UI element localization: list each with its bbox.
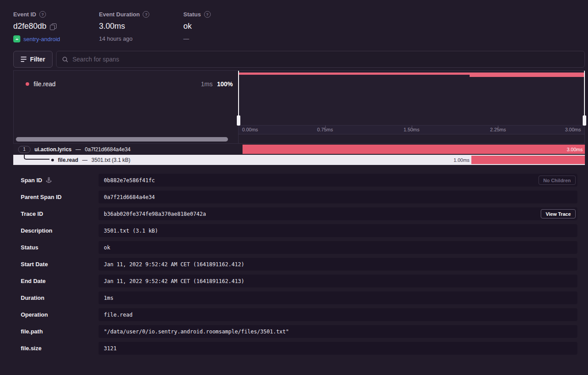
time-axis: 0.00ms 0.75ms 1.50ms 2.25ms 3.00ms bbox=[239, 125, 584, 134]
view-trace-button[interactable]: View Trace bbox=[541, 209, 576, 218]
operation-duration: 1ms bbox=[201, 80, 212, 88]
detail-label: Status bbox=[21, 244, 38, 251]
span-duration-bar[interactable]: 3.00ms bbox=[243, 145, 585, 154]
detail-row: Description 3501.txt (3.1 kB) bbox=[13, 224, 585, 237]
detail-label: file.size bbox=[21, 345, 42, 352]
event-duration-value: 3.00ms bbox=[99, 22, 125, 31]
detail-row: Status ok bbox=[13, 241, 585, 254]
span-waterfall: 1 ui.action.lyrics — 0a7f21d6684a4e34 3.… bbox=[13, 144, 585, 165]
detail-label: Operation bbox=[21, 311, 48, 318]
detail-label: Start Date bbox=[21, 261, 48, 268]
filter-button[interactable]: Filter bbox=[13, 51, 53, 68]
axis-tick-label: 3.00ms bbox=[565, 127, 581, 132]
operation-color-dot bbox=[26, 82, 29, 86]
span-description: 0a7f21d6684a4e34 bbox=[85, 146, 130, 153]
detail-label: file.path bbox=[21, 328, 43, 335]
span-duration-bar[interactable] bbox=[471, 156, 585, 164]
help-icon[interactable]: ? bbox=[143, 11, 149, 18]
detail-label: Span ID bbox=[21, 177, 42, 184]
status-sub: — bbox=[183, 35, 189, 42]
span-operation: ui.action.lyrics bbox=[34, 146, 72, 153]
viewport-drag-handle-left[interactable] bbox=[238, 71, 239, 125]
project-link[interactable]: sentry-android bbox=[23, 36, 60, 42]
span-duration-label: 3.00ms bbox=[567, 147, 583, 152]
detail-row: Start Date Jan 11, 2022 9:52:42 AM CET (… bbox=[13, 258, 585, 271]
children-count-pill[interactable]: 1 bbox=[18, 146, 30, 153]
axis-tick-label: 2.25ms bbox=[490, 127, 506, 132]
detail-row: file.size 3121 bbox=[13, 342, 585, 355]
detail-value: b36ab020fe374fe98a370ae818e0742a View Tr… bbox=[99, 207, 577, 220]
copy-icon[interactable] bbox=[50, 23, 56, 30]
event-id-block: Event ID ? d2fe80db sentry-android bbox=[13, 11, 99, 42]
span-row-root[interactable]: 1 ui.action.lyrics — 0a7f21d6684a4e34 3.… bbox=[13, 144, 585, 154]
minimap-span-bar bbox=[470, 75, 584, 77]
detail-row: Trace ID b36ab020fe374fe98a370ae818e0742… bbox=[13, 207, 585, 220]
detail-label: End Date bbox=[21, 278, 46, 284]
detail-row: Span ID 0b882e7e586f41fc No Children bbox=[13, 174, 585, 187]
axis-tick-label: 1.50ms bbox=[403, 127, 419, 132]
event-header: Event ID ? d2fe80db sentry-android Event… bbox=[0, 0, 588, 42]
horizontal-scrollbar[interactable] bbox=[16, 137, 228, 142]
operation-name: file.read bbox=[34, 80, 56, 88]
detail-row: Parent Span ID 0a7f21d6684a4e34 bbox=[13, 191, 585, 203]
detail-value: Jan 11, 2022 9:52:42 AM CET (1641891162.… bbox=[99, 275, 577, 287]
help-icon[interactable]: ? bbox=[204, 11, 211, 18]
event-id-value: d2fe80db bbox=[13, 22, 46, 31]
help-icon[interactable]: ? bbox=[39, 11, 46, 18]
status-block: Status ? ok — bbox=[183, 11, 211, 42]
spans-minimap-widget: file.read 1ms 100% 0.00ms 0.75ms 1.50ms … bbox=[13, 70, 585, 144]
status-value: ok bbox=[183, 22, 192, 31]
detail-value: 0b882e7e586f41fc No Children bbox=[99, 174, 577, 187]
viewport-drag-handle-right[interactable] bbox=[584, 71, 585, 125]
filter-button-label: Filter bbox=[30, 56, 45, 63]
axis-tick-label: 0.00ms bbox=[242, 127, 258, 132]
detail-value: "/data/user/0/io.sentry.android.roomsamp… bbox=[99, 325, 577, 338]
span-timeline: 3.00ms bbox=[243, 144, 585, 154]
span-duration-label: 1.00ms bbox=[454, 155, 470, 165]
detail-row: file.path "/data/user/0/io.sentry.androi… bbox=[13, 325, 585, 338]
event-duration-block: Event Duration ? 3.00ms 14 hours ago bbox=[99, 11, 183, 42]
span-operation: file.read bbox=[58, 157, 78, 163]
detail-label: Parent Span ID bbox=[21, 194, 61, 200]
minimap-column: 0.00ms 0.75ms 1.50ms 2.25ms 3.00ms bbox=[239, 71, 584, 143]
android-platform-icon bbox=[13, 35, 20, 42]
detail-label: Duration bbox=[21, 295, 44, 301]
detail-value: file.read bbox=[99, 308, 577, 321]
detail-label: Description bbox=[21, 227, 53, 234]
detail-value: ok bbox=[99, 241, 577, 254]
detail-value: 1ms bbox=[99, 291, 577, 304]
span-row-selected[interactable]: file.read — 3501.txt (3.1 kB) 1.00ms bbox=[13, 155, 585, 165]
separator: — bbox=[76, 146, 81, 153]
detail-row: Duration 1ms bbox=[13, 291, 585, 304]
detail-row: End Date Jan 11, 2022 9:52:42 AM CET (16… bbox=[13, 275, 585, 287]
search-input[interactable] bbox=[72, 56, 579, 63]
detail-value: 3501.txt (3.1 kB) bbox=[99, 224, 577, 237]
event-duration-ago: 14 hours ago bbox=[99, 35, 133, 42]
event-duration-label: Event Duration bbox=[99, 11, 140, 18]
search-icon bbox=[62, 56, 68, 63]
operation-percent: 100% bbox=[217, 80, 233, 88]
span-timeline: 1.00ms bbox=[243, 155, 585, 165]
detail-value: 0a7f21d6684a4e34 bbox=[99, 191, 577, 203]
detail-value: Jan 11, 2022 9:52:42 AM CET (1641891162.… bbox=[99, 258, 577, 271]
detail-row: Operation file.read bbox=[13, 308, 585, 321]
search-box bbox=[56, 51, 585, 68]
span-details: Span ID 0b882e7e586f41fc No Children Par… bbox=[13, 174, 585, 355]
operations-breakdown-panel: file.read 1ms 100% bbox=[14, 71, 239, 143]
detail-value: 3121 bbox=[99, 342, 577, 355]
anchor-icon[interactable] bbox=[46, 177, 52, 184]
event-id-label: Event ID bbox=[13, 11, 36, 18]
spans-toolbar: Filter bbox=[13, 51, 585, 68]
separator: — bbox=[82, 157, 87, 163]
trace-minimap[interactable] bbox=[239, 71, 584, 125]
filter-icon bbox=[21, 57, 27, 62]
axis-tick-label: 0.75ms bbox=[317, 127, 333, 132]
status-label: Status bbox=[183, 11, 201, 18]
no-children-button[interactable]: No Children bbox=[539, 176, 576, 185]
span-description: 3501.txt (3.1 kB) bbox=[91, 157, 130, 163]
operation-breakdown-row: file.read 1ms 100% bbox=[14, 79, 238, 89]
detail-label: Trace ID bbox=[21, 210, 43, 217]
